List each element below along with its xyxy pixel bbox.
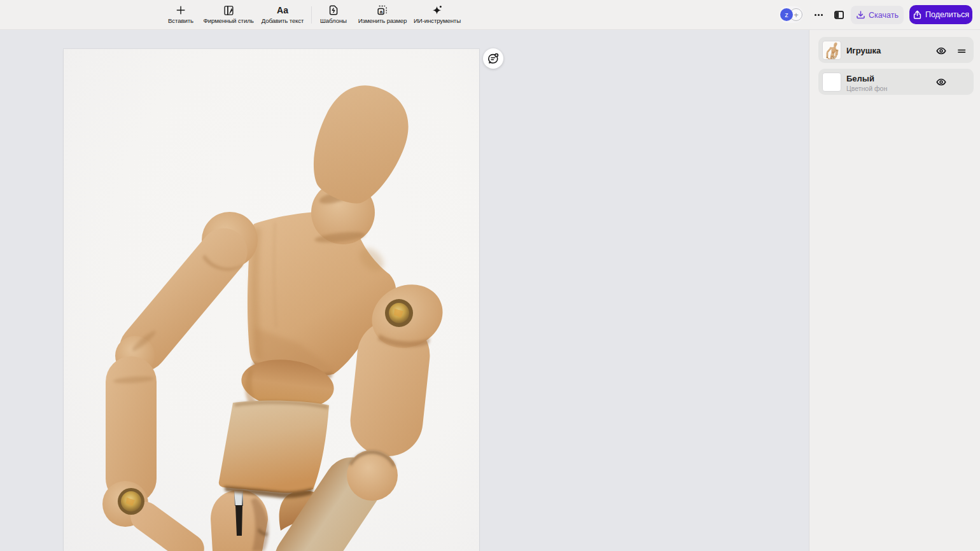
svg-text:a: a	[380, 9, 383, 15]
